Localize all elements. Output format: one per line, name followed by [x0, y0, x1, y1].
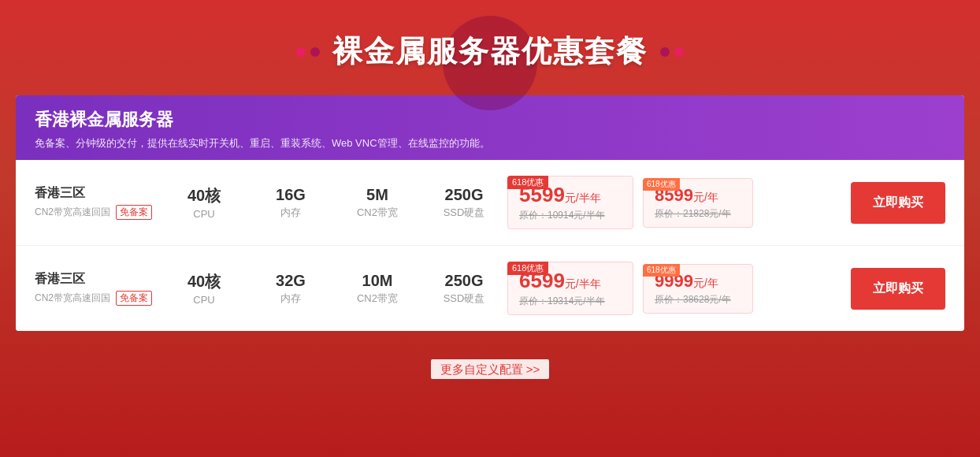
col-pricing-1: 618优惠 5599元/半年 原价：10914元/半年 618优惠 8599元/… [507, 176, 945, 229]
header-title-row: 裸金属服务器优惠套餐 [0, 32, 980, 72]
price-year-unit-1: 元/年 [693, 191, 718, 203]
storage-value-1: 250G [421, 186, 507, 204]
memory-label-2: 内存 [247, 292, 334, 306]
header-dots-left [296, 47, 320, 57]
price-half-unit-1: 元/半年 [565, 191, 601, 204]
price-original-half-2: 原价：19314元/半年 [519, 295, 622, 308]
storage-label-1: SSD硬盘 [421, 206, 507, 220]
bandwidth-label-1: CN2带宽 [334, 206, 421, 220]
price-badge-1: 618优惠 [507, 176, 548, 189]
buy-button-1[interactable]: 立即购买 [851, 182, 945, 224]
col-storage-2: 250G SSD硬盘 [421, 272, 507, 306]
price-original-half-1: 原价：10914元/半年 [519, 209, 622, 222]
header-dots-right [660, 47, 684, 57]
storage-label-2: SSD硬盘 [421, 292, 507, 306]
col-bandwidth-2: 10M CN2带宽 [334, 272, 421, 306]
memory-label-1: 内存 [247, 206, 334, 220]
price-year-unit-2: 元/年 [693, 277, 718, 289]
page-wrapper: 裸金属服务器优惠套餐 香港裸金属服务器 免备案、分钟级的交付，提供在线实时开关机… [0, 0, 980, 457]
memory-value-1: 16G [247, 186, 334, 204]
location-badge-2: 免备案 [116, 291, 152, 306]
content-card: 香港裸金属服务器 免备案、分钟级的交付，提供在线实时开关机、重启、重装系统、We… [16, 95, 964, 331]
card-header-title: 香港裸金属服务器 [35, 108, 945, 132]
price-original-year-2: 原价：38628元/年 [655, 293, 741, 307]
col-location-1: 香港三区 CN2带宽高速回国 免备案 [35, 185, 161, 220]
dot-dark-right [660, 47, 670, 57]
dot-pink-right [674, 47, 684, 57]
col-location-2: 香港三区 CN2带宽高速回国 免备案 [35, 271, 161, 306]
server-row-2: 香港三区 CN2带宽高速回国 免备案 40核 CPU 32G 内存 10M CN… [16, 246, 964, 331]
price-box-half-1: 618优惠 5599元/半年 原价：10914元/半年 [507, 176, 633, 229]
price-original-year-1: 原价：21828元/年 [655, 207, 741, 221]
price-box-half-2: 618优惠 6599元/半年 原价：19314元/半年 [507, 262, 633, 315]
storage-value-2: 250G [421, 272, 507, 290]
header-section: 裸金属服务器优惠套餐 [0, 0, 980, 95]
bandwidth-value-1: 5M [334, 186, 421, 204]
cores-label-2: CPU [161, 294, 247, 306]
dot-dark-left [310, 47, 320, 57]
col-cores-1: 40核 CPU [161, 185, 247, 220]
price-half-unit-2: 元/半年 [565, 277, 601, 290]
price-badge-year-2: 618优惠 [643, 264, 680, 277]
server-row: 香港三区 CN2带宽高速回国 免备案 40核 CPU 16G 内存 5M CN2… [16, 160, 964, 246]
dot-pink-left [296, 47, 306, 57]
footer-link-section: 更多自定义配置 >> [0, 347, 980, 385]
page-title: 裸金属服务器优惠套餐 [332, 32, 648, 72]
col-storage-1: 250G SSD硬盘 [421, 186, 507, 220]
cores-label-1: CPU [161, 208, 247, 220]
memory-value-2: 32G [247, 272, 334, 290]
card-header-desc: 免备案、分钟级的交付，提供在线实时开关机、重启、重装系统、Web VNC管理、在… [35, 136, 945, 150]
col-cores-2: 40核 CPU [161, 271, 247, 306]
bandwidth-label-2: CN2带宽 [334, 292, 421, 306]
cores-value-2: 40核 [161, 271, 247, 292]
price-badge-year-1: 618优惠 [643, 178, 680, 191]
location-name-1: 香港三区 [35, 185, 161, 202]
price-box-year-2: 618优惠 9999元/年 原价：38628元/年 [643, 264, 753, 314]
price-box-year-1: 618优惠 8599元/年 原价：21828元/年 [643, 178, 753, 228]
location-name-2: 香港三区 [35, 271, 161, 288]
buy-button-2[interactable]: 立即购买 [851, 268, 945, 310]
cores-value-1: 40核 [161, 185, 247, 206]
location-desc-1: CN2带宽高速回国 免备案 [35, 205, 161, 220]
bandwidth-value-2: 10M [334, 272, 421, 290]
col-bandwidth-1: 5M CN2带宽 [334, 186, 421, 220]
col-memory-1: 16G 内存 [247, 186, 334, 220]
col-memory-2: 32G 内存 [247, 272, 334, 306]
location-badge-1: 免备案 [116, 205, 152, 220]
more-config-link[interactable]: 更多自定义配置 >> [431, 359, 550, 379]
price-badge-2: 618优惠 [507, 262, 548, 275]
location-desc-2: CN2带宽高速回国 免备案 [35, 291, 161, 306]
col-pricing-2: 618优惠 6599元/半年 原价：19314元/半年 618优惠 9999元/… [507, 262, 945, 315]
